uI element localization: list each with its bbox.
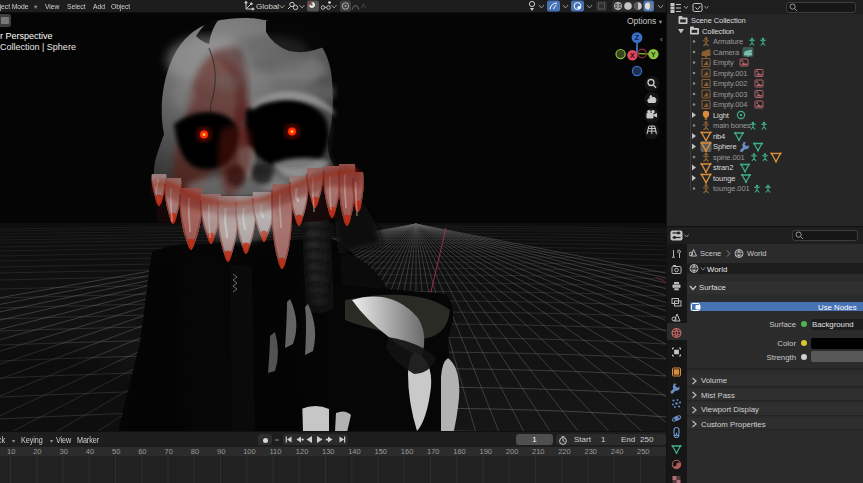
svg-text:170: 170 (427, 447, 440, 456)
svg-text:Camera: Camera (713, 48, 740, 57)
svg-text:160: 160 (401, 447, 414, 456)
svg-text:70: 70 (165, 447, 173, 456)
svg-text:tounge.001: tounge.001 (713, 184, 750, 193)
svg-text:60: 60 (138, 447, 146, 456)
svg-text:200: 200 (506, 447, 519, 456)
svg-text:150: 150 (375, 447, 388, 456)
svg-text:Empty.003: Empty.003 (713, 90, 747, 99)
svg-text:Y: Y (651, 51, 656, 58)
svg-text:50: 50 (112, 447, 120, 456)
svg-text:190: 190 (480, 447, 493, 456)
svg-text:spine.001: spine.001 (713, 153, 745, 162)
svg-text:30: 30 (60, 447, 68, 456)
svg-text:90: 90 (217, 447, 225, 456)
svg-text:230: 230 (585, 447, 598, 456)
svg-text:10: 10 (7, 447, 15, 456)
svg-text:stran2: stran2 (713, 163, 733, 172)
svg-text:X: X (630, 52, 635, 59)
svg-text:tounge: tounge (713, 174, 735, 183)
svg-text:Collection: Collection (702, 27, 734, 36)
svg-text:220: 220 (558, 447, 571, 456)
svg-text:110: 110 (270, 447, 282, 456)
svg-text:Light: Light (713, 111, 730, 120)
svg-text:Empty: Empty (713, 58, 734, 67)
svg-text:main bones: main bones (713, 121, 751, 130)
svg-text:World: World (747, 249, 766, 258)
svg-text:80: 80 (191, 447, 199, 456)
svg-text:rib4: rib4 (713, 132, 725, 141)
svg-text:180: 180 (453, 447, 466, 456)
svg-text:Z: Z (635, 34, 640, 41)
svg-text:‹: ‹ (660, 35, 663, 44)
svg-text:140: 140 (348, 447, 361, 456)
svg-text:210: 210 (532, 447, 545, 456)
svg-text:Scene: Scene (700, 249, 721, 258)
svg-text:120: 120 (296, 447, 309, 456)
svg-text:40: 40 (86, 447, 94, 456)
svg-text:Empty.001: Empty.001 (713, 69, 747, 78)
svg-text:Scene Collection: Scene Collection (691, 16, 746, 25)
svg-text:Sphere: Sphere (713, 142, 737, 151)
svg-text:Global: Global (256, 2, 279, 11)
svg-text:100: 100 (243, 447, 256, 456)
svg-text:240: 240 (611, 447, 624, 456)
svg-text:Armature: Armature (713, 37, 743, 46)
svg-text:20: 20 (33, 447, 41, 456)
svg-text:Empty.004: Empty.004 (713, 100, 747, 109)
svg-text:250: 250 (637, 447, 650, 456)
svg-text:Empty.002: Empty.002 (713, 79, 747, 88)
svg-text:130: 130 (322, 447, 335, 456)
